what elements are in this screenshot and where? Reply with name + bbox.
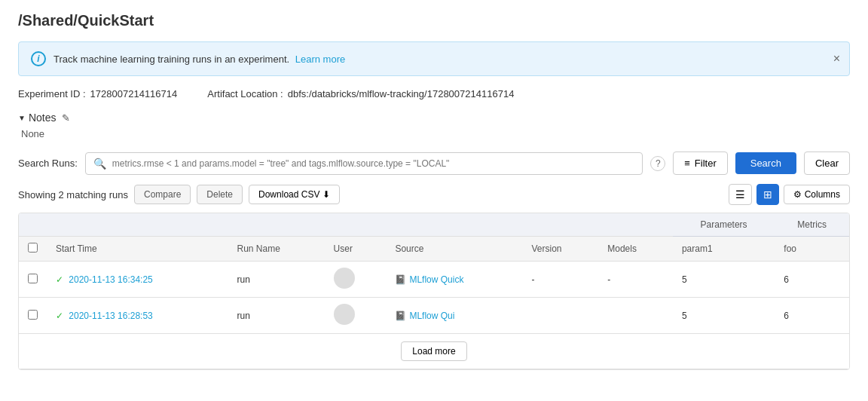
notes-section: ▼ Notes ✎ None — [18, 112, 850, 139]
row-param1-2: 5 — [673, 298, 775, 334]
status-icon-1: ✓ — [56, 274, 63, 285]
notes-header: ▼ Notes ✎ — [18, 112, 850, 124]
results-left: Showing 2 matching runs Compare Delete D… — [18, 185, 340, 204]
results-count: Showing 2 matching runs — [18, 189, 128, 200]
runs-table-container: Parameters Metrics Start Time Run Name U… — [18, 213, 850, 370]
filter-button[interactable]: ≡ Filter — [673, 152, 727, 175]
info-icon: i — [31, 51, 46, 66]
status-icon-2: ✓ — [56, 311, 63, 321]
source-link-1[interactable]: 📓 MLflow Quick — [395, 274, 513, 285]
row-run-name-2: run — [228, 298, 324, 334]
th-start-time[interactable]: Start Time — [47, 237, 228, 262]
notes-arrow-icon: ▼ — [18, 114, 26, 122]
clear-button[interactable]: Clear — [804, 152, 850, 175]
info-banner: i Track machine learning training runs i… — [18, 41, 850, 76]
help-icon[interactable]: ? — [650, 156, 665, 171]
experiment-id-label: Experiment ID : — [18, 88, 86, 99]
runs-table: Parameters Metrics Start Time Run Name U… — [19, 213, 849, 369]
banner-close-button[interactable]: × — [833, 52, 840, 66]
row-user-1 — [325, 262, 387, 298]
gear-icon: ⚙ — [793, 189, 802, 200]
notebook-icon-2: 📓 — [395, 311, 406, 321]
search-button[interactable]: Search — [735, 152, 796, 174]
search-input-wrapper: 🔍 — [85, 152, 643, 175]
row-start-time-1: ✓ 2020-11-13 16:34:25 — [47, 262, 228, 298]
row-models-2 — [598, 298, 673, 334]
results-right: ☰ ⊞ ⚙ Columns — [729, 184, 850, 205]
th-run-name[interactable]: Run Name — [228, 237, 324, 262]
row-checkbox-1[interactable] — [28, 274, 38, 283]
th-user[interactable]: User — [325, 237, 387, 262]
notebook-icon-1: 📓 — [395, 274, 406, 285]
group-header-row: Parameters Metrics — [19, 213, 849, 237]
row-foo-1: 6 — [775, 262, 849, 298]
notes-toggle[interactable]: ▼ Notes — [18, 112, 56, 124]
artifact-location-label: Artifact Location : — [207, 88, 283, 99]
th-param1[interactable]: param1 — [673, 237, 775, 262]
row-foo-2: 6 — [775, 298, 849, 334]
search-runs-label: Search Runs: — [18, 158, 78, 169]
th-metrics: Metrics — [775, 213, 849, 237]
metadata-row: Experiment ID : 1728007214116714 Artifac… — [18, 88, 850, 99]
run-link-2[interactable]: 2020-11-13 16:28:53 — [69, 311, 152, 321]
source-text-2: MLflow Qui — [409, 311, 454, 321]
row-param1-1: 5 — [673, 262, 775, 298]
delete-button[interactable]: Delete — [197, 185, 243, 204]
row-checkbox-2[interactable] — [28, 310, 38, 320]
search-input[interactable] — [112, 158, 634, 169]
th-parameters: Parameters — [673, 213, 775, 237]
th-blank-1 — [19, 213, 228, 237]
row-source-2: 📓 MLflow Qui — [386, 298, 522, 334]
download-icon: ⬇ — [322, 189, 330, 200]
artifact-location-value: dbfs:/databricks/mlflow-tracking/1728007… — [288, 88, 515, 99]
experiment-id: Experiment ID : 1728007214116714 — [18, 88, 177, 99]
row-version-1: - — [522, 262, 598, 298]
columns-label: Columns — [805, 189, 840, 200]
download-csv-label: Download CSV — [258, 189, 319, 200]
row-models-1: - — [598, 262, 673, 298]
download-csv-button[interactable]: Download CSV ⬇ — [249, 185, 340, 204]
table-row: ✓ 2020-11-13 16:34:25 run 📓 MLflow Quick… — [19, 262, 849, 298]
th-source[interactable]: Source — [386, 237, 522, 262]
source-link-2[interactable]: 📓 MLflow Qui — [395, 311, 513, 321]
user-avatar-2 — [334, 304, 355, 325]
grid-view-button[interactable]: ⊞ — [756, 184, 779, 205]
banner-text: Track machine learning training runs in … — [53, 54, 345, 65]
search-runs-row: Search Runs: 🔍 ? ≡ Filter Search Clear — [18, 152, 850, 175]
row-checkbox-col-2 — [19, 298, 47, 334]
page-title: /Shared/QuickStart — [18, 12, 850, 29]
select-all-checkbox[interactable] — [28, 243, 38, 253]
row-start-time-2: ✓ 2020-11-13 16:28:53 — [47, 298, 228, 334]
learn-more-link[interactable]: Learn more — [295, 54, 345, 65]
row-source-1: 📓 MLflow Quick — [386, 262, 522, 298]
th-checkbox — [19, 237, 47, 262]
user-avatar-1 — [334, 268, 355, 289]
row-run-name-1: run — [228, 262, 324, 298]
notes-edit-icon[interactable]: ✎ — [62, 112, 70, 124]
search-icon: 🔍 — [93, 158, 106, 170]
artifact-location: Artifact Location : dbfs:/databricks/mlf… — [207, 88, 514, 99]
filter-label: Filter — [695, 158, 717, 169]
table-row: ✓ 2020-11-13 16:28:53 run 📓 MLflow Qui — [19, 298, 849, 334]
th-models[interactable]: Models — [598, 237, 673, 262]
row-checkbox-col-1 — [19, 262, 47, 298]
notes-content: None — [21, 128, 850, 139]
run-link-1[interactable]: 2020-11-13 16:34:25 — [69, 274, 152, 285]
notes-label: Notes — [29, 112, 57, 124]
source-text-1: MLflow Quick — [409, 274, 463, 285]
list-view-button[interactable]: ☰ — [729, 184, 752, 205]
filter-icon: ≡ — [684, 158, 690, 169]
experiment-id-value: 1728007214116714 — [90, 88, 178, 99]
load-more-row: Load more — [19, 334, 849, 369]
th-blank-2 — [228, 213, 672, 237]
th-foo[interactable]: foo — [775, 237, 849, 262]
columns-button[interactable]: ⚙ Columns — [784, 185, 850, 204]
load-more-cell: Load more — [19, 334, 849, 369]
compare-button[interactable]: Compare — [134, 185, 191, 204]
row-user-2 — [325, 298, 387, 334]
results-row: Showing 2 matching runs Compare Delete D… — [18, 184, 850, 205]
load-more-button[interactable]: Load more — [401, 341, 466, 361]
column-header-row: Start Time Run Name User Source Version … — [19, 237, 849, 262]
th-version[interactable]: Version — [522, 237, 598, 262]
row-version-2 — [522, 298, 598, 334]
